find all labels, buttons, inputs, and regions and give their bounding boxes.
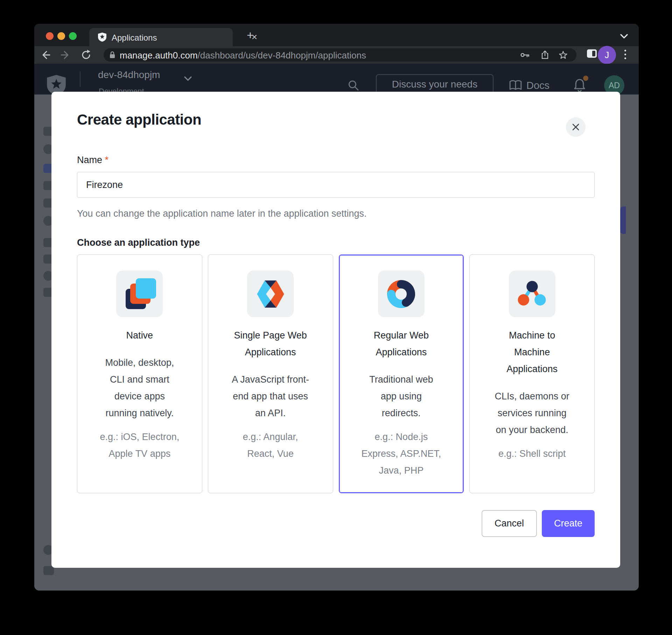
macos-minimize-button[interactable] <box>57 32 65 40</box>
regular-web-swirl-icon <box>378 271 425 317</box>
cancel-button[interactable]: Cancel <box>482 510 537 537</box>
card-machine-to-machine[interactable]: Machine toMachineApplications CLIs, daem… <box>469 254 595 493</box>
macos-zoom-button[interactable] <box>69 32 77 40</box>
browser-tab[interactable]: Applications × <box>89 28 233 46</box>
create-button[interactable]: Create <box>542 510 595 537</box>
tenant-chevron-down-icon[interactable] <box>183 76 193 82</box>
card-examples: e.g.: Node.jsExpress, ASP.NET,Java, PHP <box>339 428 464 479</box>
new-tab-button[interactable]: + <box>244 29 256 41</box>
browser-profile-avatar[interactable]: J <box>598 46 616 64</box>
url-text: manage.auth0.com/dashboard/us/dev-84dhop… <box>120 50 366 61</box>
card-title: Native <box>77 327 202 344</box>
address-bar[interactable]: manage.auth0.com/dashboard/us/dev-84dhop… <box>104 48 576 62</box>
back-icon[interactable] <box>39 49 51 61</box>
card-title: Regular WebApplications <box>339 327 464 361</box>
card-description: Mobile, desktop,CLI and smartdevice apps… <box>77 354 202 421</box>
required-asterisk: * <box>105 155 109 165</box>
padlock-icon[interactable] <box>108 51 116 59</box>
url-host: manage.auth0.com <box>120 50 198 61</box>
notification-badge <box>583 76 588 81</box>
share-icon[interactable] <box>540 50 550 60</box>
card-regular-web[interactable]: Regular WebApplications Traditional weba… <box>339 254 464 493</box>
header-divider <box>80 71 80 87</box>
browser-tab-bar: Applications × + <box>34 24 639 46</box>
card-description: Traditional webapp usingredirects. <box>339 371 464 421</box>
card-examples: e.g.: iOS, Electron,Apple TV apps <box>77 428 202 462</box>
docs-book-icon <box>509 80 522 91</box>
tab-search-chevron-icon[interactable] <box>618 33 630 40</box>
reload-icon[interactable] <box>80 49 92 61</box>
sidebar-icon <box>43 566 54 575</box>
native-stack-icon <box>116 271 163 317</box>
card-description: A JavaScript front-end app that usesan A… <box>208 371 333 421</box>
url-path: /dashboard/us/dev-84dhopjm/applications <box>198 50 366 61</box>
bookmark-star-icon[interactable] <box>558 50 568 60</box>
name-help-text: You can change the application name late… <box>77 208 595 219</box>
card-native[interactable]: Native Mobile, desktop,CLI and smartdevi… <box>77 254 202 493</box>
name-field-label: Name * <box>77 155 595 166</box>
modal-title: Create application <box>77 111 595 128</box>
search-icon[interactable] <box>347 79 360 92</box>
forward-icon[interactable] <box>60 49 72 61</box>
close-icon <box>572 123 580 131</box>
m2m-nodes-icon <box>509 271 555 317</box>
card-examples: e.g.: Shell script <box>470 445 594 462</box>
card-single-page-web[interactable]: Single Page WebApplications A JavaScript… <box>208 254 333 493</box>
passwords-key-icon[interactable] <box>520 50 530 60</box>
browser-window: Applications × + manage.auth0.com/dashbo… <box>34 24 639 591</box>
card-title: Single Page WebApplications <box>208 327 333 361</box>
application-type-heading: Choose an application type <box>77 237 595 248</box>
card-examples: e.g.: Angular,React, Vue <box>208 428 333 462</box>
application-type-cards: Native Mobile, desktop,CLI and smartdevi… <box>77 254 595 493</box>
docs-link[interactable]: Docs <box>526 80 550 91</box>
application-name-input[interactable] <box>77 172 595 198</box>
browser-menu-icon[interactable] <box>623 49 627 61</box>
create-application-button-partial <box>620 207 626 234</box>
modal-footer: Cancel Create <box>77 510 595 537</box>
side-panel-icon[interactable] <box>587 49 597 58</box>
card-description: CLIs, daemons orservices runningon your … <box>470 388 594 438</box>
macos-close-button[interactable] <box>46 32 54 40</box>
card-title: Machine toMachineApplications <box>470 327 594 377</box>
spa-diamond-icon <box>247 271 294 317</box>
tenant-name[interactable]: dev-84dhopjm <box>98 69 160 81</box>
create-application-modal: Create application Name * You can change… <box>51 92 620 568</box>
auth0-header: dev-84dhopjm Development Discuss your ne… <box>34 64 639 95</box>
browser-toolbar: manage.auth0.com/dashboard/us/dev-84dhop… <box>34 46 639 64</box>
modal-close-button[interactable] <box>566 117 586 137</box>
auth0-favicon-icon <box>98 33 107 42</box>
tab-title: Applications <box>112 33 157 43</box>
